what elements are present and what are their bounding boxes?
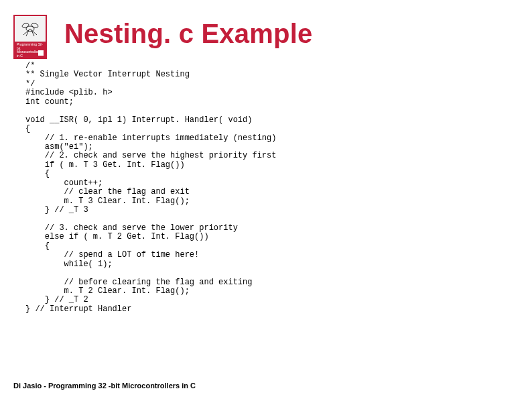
fly-illustration-icon [17, 19, 44, 39]
slide-footer: Di Jasio - Programming 32 -bit Microcont… [13, 382, 196, 390]
book-cover-art [15, 16, 46, 42]
slide-title: Nesting. c Example [64, 19, 312, 49]
book-logo-box [38, 50, 44, 56]
code-listing: /* ** Single Vector Interrupt Nesting */… [25, 62, 507, 314]
svg-point-2 [31, 22, 38, 28]
slide: Programming 32-bit Microcontrollers in C… [0, 0, 532, 399]
svg-point-1 [21, 22, 29, 28]
book-cover-thumbnail: Programming 32-bit Microcontrollers in C [13, 15, 47, 59]
